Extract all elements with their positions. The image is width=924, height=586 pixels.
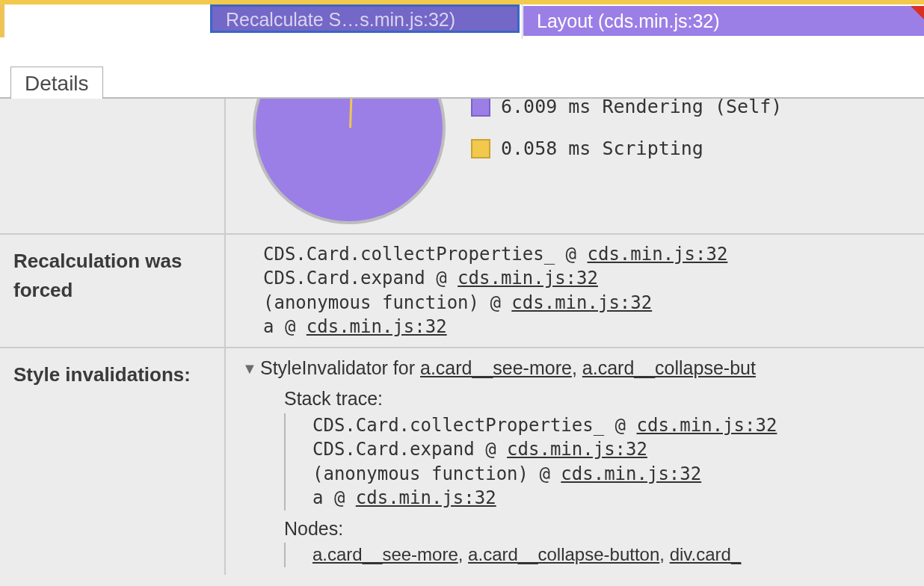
- style-invalidations-row: Style invalidations: ▼ StyleInvalidator …: [0, 348, 924, 575]
- swatch-rendering: [471, 99, 490, 117]
- pie-chart-wrap: [253, 99, 449, 226]
- stack-frame: (anonymous function) @ cds.min.js:32: [263, 291, 924, 315]
- stack-frame: a @ cds.min.js:32: [312, 486, 924, 510]
- disclosure-triangle-icon[interactable]: ▼: [242, 359, 256, 379]
- style-inv-stack: CDS.Card.collectProperties_ @ cds.min.js…: [284, 413, 924, 511]
- details-panel: 6.009 ms Rendering (Self) 0.058 ms Scrip…: [0, 99, 924, 586]
- node-link[interactable]: a.card__collapse-button: [468, 544, 659, 564]
- aggregated-time-row: 6.009 ms Rendering (Self) 0.058 ms Scrip…: [0, 99, 924, 235]
- recalculation-forced-stack: CDS.Card.collectProperties_ @ cds.min.js…: [226, 235, 924, 347]
- style-invalidator-header[interactable]: ▼ StyleInvalidator for a.card__see-more,…: [242, 356, 924, 381]
- flame-chart-strip[interactable]: Recalculate S…s.min.js:32) Layout (cds.m…: [0, 0, 924, 37]
- pie-legend: 6.009 ms Rendering (Self) 0.058 ms Scrip…: [471, 99, 782, 178]
- legend-text: 0.058 ms Scripting: [501, 136, 703, 161]
- style-invalidations-label: Style invalidations:: [0, 348, 226, 575]
- source-link[interactable]: cds.min.js:32: [588, 244, 728, 265]
- style-invalidations-value: ▼ StyleInvalidator for a.card__see-more,…: [226, 348, 924, 575]
- recalculation-forced-label: Recalculation was forced: [0, 235, 226, 347]
- flame-scripting-sliver: [0, 4, 4, 37]
- legend-item-scripting: 0.058 ms Scripting: [471, 136, 782, 161]
- source-link[interactable]: cds.min.js:32: [561, 463, 701, 484]
- stack-frame: CDS.Card.collectProperties_ @ cds.min.js…: [312, 413, 924, 437]
- node-link[interactable]: a.card__collapse-but: [582, 357, 756, 378]
- flame-event-recalculate-style[interactable]: Recalculate S…s.min.js:32): [210, 4, 520, 33]
- source-link[interactable]: cds.min.js:32: [507, 439, 647, 460]
- node-link[interactable]: div.card_: [670, 544, 742, 564]
- aggregated-time-label: [0, 99, 226, 233]
- source-link[interactable]: cds.min.js:32: [356, 487, 496, 508]
- source-link[interactable]: cds.min.js:32: [637, 415, 777, 436]
- warning-triangle-icon: [911, 6, 924, 19]
- legend-text: 6.009 ms Rendering (Self): [501, 99, 782, 120]
- flame-event-label: Layout (cds.min.js:32): [537, 10, 720, 31]
- swatch-scripting: [471, 139, 490, 158]
- stack-trace-label: Stack trace:: [242, 386, 924, 412]
- details-tabs: Details: [0, 37, 924, 99]
- node-link[interactable]: a.card__see-more: [420, 357, 572, 378]
- pie-slice-scripting: [349, 99, 354, 128]
- stack-frame: a @ cds.min.js:32: [263, 315, 924, 339]
- tab-details[interactable]: Details: [10, 67, 103, 99]
- flame-event-layout[interactable]: Layout (cds.min.js:32): [523, 6, 924, 36]
- aggregated-time-value: 6.009 ms Rendering (Self) 0.058 ms Scrip…: [226, 99, 924, 233]
- nodes-list: a.card__see-more, a.card__collapse-butto…: [284, 543, 924, 567]
- recalculation-forced-row: Recalculation was forced CDS.Card.collec…: [0, 235, 924, 348]
- stack-frame: CDS.Card.expand @ cds.min.js:32: [312, 437, 924, 461]
- legend-item-rendering: 6.009 ms Rendering (Self): [471, 99, 782, 120]
- stack-frame: CDS.Card.collectProperties_ @ cds.min.js…: [263, 242, 924, 266]
- source-link[interactable]: cds.min.js:32: [458, 268, 598, 289]
- pie-chart: [253, 99, 446, 224]
- nodes-label: Nodes:: [242, 516, 924, 542]
- flame-event-label: Recalculate S…s.min.js:32): [226, 9, 455, 30]
- source-link[interactable]: cds.min.js:32: [307, 316, 447, 337]
- source-link[interactable]: cds.min.js:32: [511, 292, 652, 313]
- tab-label: Details: [25, 72, 89, 95]
- flame-divider: [522, 1, 523, 39]
- style-invalidator-text: StyleInvalidator for a.card__see-more, a…: [260, 356, 756, 381]
- node-link[interactable]: a.card__see-more: [312, 544, 458, 564]
- stack-frame: (anonymous function) @ cds.min.js:32: [312, 462, 924, 486]
- stack-frame: CDS.Card.expand @ cds.min.js:32: [263, 266, 924, 290]
